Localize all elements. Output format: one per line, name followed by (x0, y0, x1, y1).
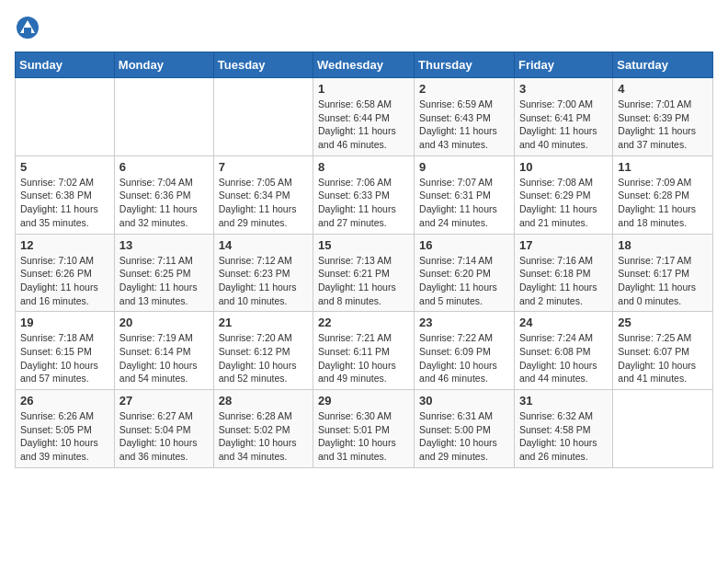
day-info: Sunrise: 7:12 AM Sunset: 6:23 PM Dayligh… (219, 254, 308, 308)
calendar-cell (16, 78, 115, 156)
svg-rect-2 (24, 28, 31, 33)
calendar-cell: 9Sunrise: 7:07 AM Sunset: 6:31 PM Daylig… (415, 155, 515, 234)
day-info: Sunrise: 7:10 AM Sunset: 6:26 PM Dayligh… (20, 254, 109, 308)
day-number: 5 (20, 160, 109, 174)
day-number: 6 (119, 160, 209, 174)
day-info: Sunrise: 6:30 AM Sunset: 5:01 PM Dayligh… (318, 409, 409, 464)
weekday-header: Saturday (613, 52, 713, 78)
day-info: Sunrise: 7:19 AM Sunset: 6:14 PM Dayligh… (119, 331, 209, 385)
day-number: 7 (219, 160, 308, 174)
weekday-header: Thursday (415, 52, 515, 78)
day-number: 21 (219, 316, 308, 329)
weekday-header: Wednesday (313, 52, 415, 78)
day-info: Sunrise: 7:16 AM Sunset: 6:18 PM Dayligh… (519, 254, 608, 308)
calendar-cell: 8Sunrise: 7:06 AM Sunset: 6:33 PM Daylig… (313, 155, 415, 234)
day-info: Sunrise: 7:13 AM Sunset: 6:21 PM Dayligh… (318, 254, 409, 308)
day-number: 20 (119, 316, 209, 329)
logo (15, 15, 44, 40)
day-info: Sunrise: 7:01 AM Sunset: 6:39 PM Dayligh… (618, 98, 708, 152)
day-number: 8 (318, 160, 409, 174)
day-number: 4 (618, 82, 708, 96)
calendar-cell: 18Sunrise: 7:17 AM Sunset: 6:17 PM Dayli… (613, 234, 713, 312)
calendar-cell: 1Sunrise: 6:58 AM Sunset: 6:44 PM Daylig… (313, 78, 415, 156)
calendar-cell: 6Sunrise: 7:04 AM Sunset: 6:36 PM Daylig… (114, 155, 213, 234)
day-info: Sunrise: 7:05 AM Sunset: 6:34 PM Dayligh… (219, 176, 308, 230)
calendar-cell: 13Sunrise: 7:11 AM Sunset: 6:25 PM Dayli… (114, 234, 213, 312)
day-info: Sunrise: 6:26 AM Sunset: 5:05 PM Dayligh… (20, 409, 109, 464)
calendar-cell: 25Sunrise: 7:25 AM Sunset: 6:07 PM Dayli… (613, 312, 713, 390)
day-info: Sunrise: 7:18 AM Sunset: 6:15 PM Dayligh… (20, 331, 109, 385)
day-number: 14 (219, 238, 308, 252)
calendar-cell: 30Sunrise: 6:31 AM Sunset: 5:00 PM Dayli… (415, 390, 515, 468)
logo-icon (15, 15, 40, 40)
calendar-cell: 27Sunrise: 6:27 AM Sunset: 5:04 PM Dayli… (114, 390, 213, 468)
calendar-cell: 10Sunrise: 7:08 AM Sunset: 6:29 PM Dayli… (514, 155, 612, 234)
day-info: Sunrise: 7:00 AM Sunset: 6:41 PM Dayligh… (519, 98, 608, 152)
calendar-cell: 5Sunrise: 7:02 AM Sunset: 6:38 PM Daylig… (16, 155, 115, 234)
calendar-cell: 14Sunrise: 7:12 AM Sunset: 6:23 PM Dayli… (213, 234, 313, 312)
day-number: 25 (618, 316, 708, 329)
calendar-cell: 2Sunrise: 6:59 AM Sunset: 6:43 PM Daylig… (415, 78, 515, 156)
day-number: 17 (519, 238, 608, 252)
day-number: 31 (519, 394, 608, 408)
weekday-header-row: SundayMondayTuesdayWednesdayThursdayFrid… (16, 52, 713, 78)
day-number: 13 (119, 238, 209, 252)
page-header (15, 15, 713, 40)
day-info: Sunrise: 7:02 AM Sunset: 6:38 PM Dayligh… (20, 176, 109, 230)
calendar-cell: 31Sunrise: 6:32 AM Sunset: 4:58 PM Dayli… (514, 390, 612, 468)
calendar-cell: 24Sunrise: 7:24 AM Sunset: 6:08 PM Dayli… (514, 312, 612, 390)
day-info: Sunrise: 7:04 AM Sunset: 6:36 PM Dayligh… (119, 176, 209, 230)
calendar-cell: 11Sunrise: 7:09 AM Sunset: 6:28 PM Dayli… (613, 155, 713, 234)
calendar-cell: 12Sunrise: 7:10 AM Sunset: 6:26 PM Dayli… (16, 234, 115, 312)
calendar-week-row: 5Sunrise: 7:02 AM Sunset: 6:38 PM Daylig… (16, 155, 713, 234)
calendar-cell: 28Sunrise: 6:28 AM Sunset: 5:02 PM Dayli… (213, 390, 313, 468)
day-number: 18 (618, 238, 708, 252)
calendar-cell: 4Sunrise: 7:01 AM Sunset: 6:39 PM Daylig… (613, 78, 713, 156)
calendar-cell: 20Sunrise: 7:19 AM Sunset: 6:14 PM Dayli… (114, 312, 213, 390)
calendar-cell: 19Sunrise: 7:18 AM Sunset: 6:15 PM Dayli… (16, 312, 115, 390)
weekday-header: Tuesday (213, 52, 313, 78)
day-number: 23 (419, 316, 509, 329)
day-info: Sunrise: 7:20 AM Sunset: 6:12 PM Dayligh… (219, 331, 308, 385)
calendar-cell: 22Sunrise: 7:21 AM Sunset: 6:11 PM Dayli… (313, 312, 415, 390)
day-number: 22 (318, 316, 409, 329)
day-number: 2 (419, 82, 509, 96)
day-info: Sunrise: 7:11 AM Sunset: 6:25 PM Dayligh… (119, 254, 209, 308)
day-info: Sunrise: 6:59 AM Sunset: 6:43 PM Dayligh… (419, 98, 509, 152)
day-number: 9 (419, 160, 509, 174)
day-info: Sunrise: 7:14 AM Sunset: 6:20 PM Dayligh… (419, 254, 509, 308)
calendar-cell: 15Sunrise: 7:13 AM Sunset: 6:21 PM Dayli… (313, 234, 415, 312)
calendar-cell: 29Sunrise: 6:30 AM Sunset: 5:01 PM Dayli… (313, 390, 415, 468)
calendar-week-row: 19Sunrise: 7:18 AM Sunset: 6:15 PM Dayli… (16, 312, 713, 390)
day-info: Sunrise: 6:31 AM Sunset: 5:00 PM Dayligh… (419, 409, 509, 464)
day-number: 10 (519, 160, 608, 174)
calendar-week-row: 12Sunrise: 7:10 AM Sunset: 6:26 PM Dayli… (16, 234, 713, 312)
day-info: Sunrise: 6:27 AM Sunset: 5:04 PM Dayligh… (119, 409, 209, 464)
day-info: Sunrise: 6:28 AM Sunset: 5:02 PM Dayligh… (219, 409, 308, 464)
day-info: Sunrise: 7:06 AM Sunset: 6:33 PM Dayligh… (318, 176, 409, 230)
calendar-cell: 21Sunrise: 7:20 AM Sunset: 6:12 PM Dayli… (213, 312, 313, 390)
calendar-cell (613, 390, 713, 468)
calendar-cell: 17Sunrise: 7:16 AM Sunset: 6:18 PM Dayli… (514, 234, 612, 312)
day-info: Sunrise: 6:58 AM Sunset: 6:44 PM Dayligh… (318, 98, 409, 152)
day-info: Sunrise: 7:09 AM Sunset: 6:28 PM Dayligh… (618, 176, 708, 230)
weekday-header: Monday (114, 52, 213, 78)
day-number: 1 (318, 82, 409, 96)
day-number: 12 (20, 238, 109, 252)
calendar-cell: 23Sunrise: 7:22 AM Sunset: 6:09 PM Dayli… (415, 312, 515, 390)
day-info: Sunrise: 7:22 AM Sunset: 6:09 PM Dayligh… (419, 331, 509, 385)
day-info: Sunrise: 7:25 AM Sunset: 6:07 PM Dayligh… (618, 331, 708, 385)
weekday-header: Friday (514, 52, 612, 78)
day-number: 26 (20, 394, 109, 408)
day-info: Sunrise: 7:08 AM Sunset: 6:29 PM Dayligh… (519, 176, 608, 230)
calendar-week-row: 1Sunrise: 6:58 AM Sunset: 6:44 PM Daylig… (16, 78, 713, 156)
day-number: 29 (318, 394, 409, 408)
day-number: 3 (519, 82, 608, 96)
day-info: Sunrise: 7:17 AM Sunset: 6:17 PM Dayligh… (618, 254, 708, 308)
calendar-cell (213, 78, 313, 156)
day-info: Sunrise: 7:24 AM Sunset: 6:08 PM Dayligh… (519, 331, 608, 385)
day-number: 15 (318, 238, 409, 252)
calendar-cell (114, 78, 213, 156)
day-number: 16 (419, 238, 509, 252)
day-number: 28 (219, 394, 308, 408)
